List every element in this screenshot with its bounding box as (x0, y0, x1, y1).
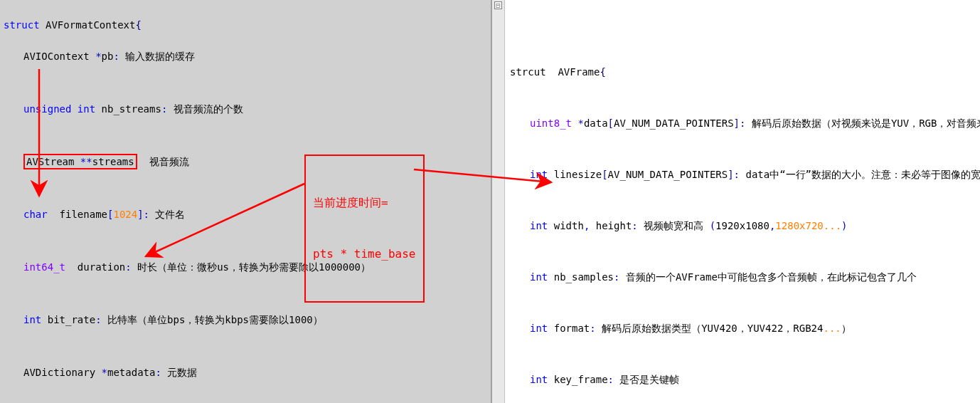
annotation-callout: 当前进度时间= pts * time_base (304, 155, 425, 303)
line-AVIOContext-pb: AVIOContext *pb: 输入数据的缓存 (4, 48, 487, 64)
fold-icon[interactable]: ⊟ (494, 1, 502, 9)
line-metadata: AVDictionary *metadata: 元数据 (4, 365, 487, 380)
highlight-avstream-streams: AVStream **streams (23, 154, 137, 169)
line-format: int format: 解码后原始数据类型（YUV420，YUV422，RGB2… (510, 320, 976, 336)
struct-decl-avframe: strcut AVFrame{ (510, 64, 976, 80)
line-bitrate: int bit_rate: 比特率（单位bps，转换为kbps需要除以1000） (4, 312, 487, 328)
line-nb-samples: int nb_samples: 音频的一个AVFrame中可能包含多个音频帧，在… (510, 269, 976, 285)
line-linesize: int linesize[AV_NUM_DATA_POINTERS]: data… (510, 167, 976, 182)
line-data-array: uint8_t *data[AV_NUM_DATA_POINTERS]: 解码后… (510, 115, 976, 131)
line-nb-streams: unsigned int nb_streams: 视音频流的个数 (4, 101, 487, 117)
ellipsis: ...... (4, 396, 487, 403)
line-key-frame: int key_frame: 是否是关键帧 (510, 372, 976, 387)
line-width-height: int width, height: 视频帧宽和高 (1920x1080,128… (510, 218, 976, 234)
right-code-pane: ⊟ strcut AVFrame{ uint8_t *data[AV_NUM_D… (492, 0, 980, 403)
callout-line2: pts * time_base (313, 246, 416, 263)
struct-decl-1: struct AVFormatContext{ (4, 17, 487, 33)
callout-line1: 当前进度时间= (313, 194, 416, 211)
left-code-pane: struct AVFormatContext{ AVIOContext *pb:… (0, 0, 492, 403)
editor-gutter: ⊟ (492, 0, 505, 403)
